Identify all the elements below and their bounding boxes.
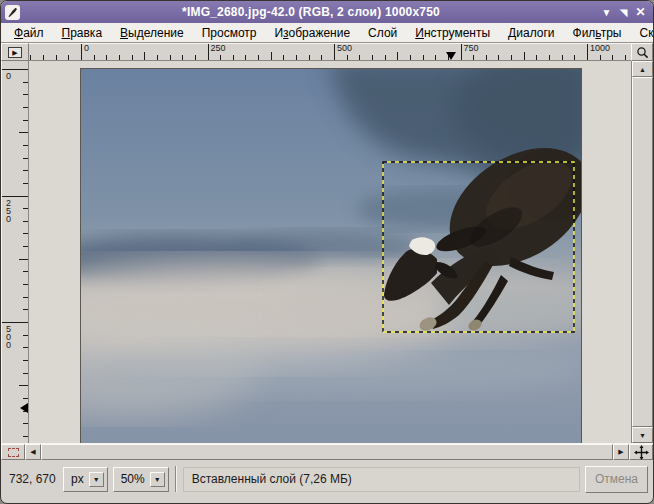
- gimp-image-window: *IMG_2680.jpg-42.0 (RGB, 2 слои) 1000x75…: [0, 0, 654, 504]
- quick-mask-icon: [8, 448, 19, 457]
- unit-value: px: [71, 472, 84, 486]
- main-area: 0250500: [1, 61, 653, 443]
- statusbar-separator: [175, 466, 177, 492]
- menu-edit[interactable]: Правка: [54, 24, 111, 42]
- menu-tools[interactable]: Инструменты: [407, 24, 498, 42]
- menu-image[interactable]: Изображение: [266, 24, 358, 42]
- statusbar: 732, 670 px ▼ 50% ▼ Вставленный слой (7,…: [1, 460, 653, 498]
- menu-view[interactable]: Просмотр: [194, 24, 265, 42]
- unit-dropdown[interactable]: px ▼: [63, 467, 108, 492]
- menu-file[interactable]: Файл: [6, 24, 52, 42]
- scroll-down-arrow[interactable]: ▼: [632, 427, 653, 443]
- scroll-left-arrow[interactable]: ◀: [25, 444, 41, 460]
- magnifier-icon: [636, 46, 649, 59]
- image-menu-button[interactable]: ▶: [1, 43, 29, 61]
- zoom-fit-toggle-button[interactable]: [631, 43, 653, 61]
- menu-filters[interactable]: Фильтры: [565, 24, 630, 42]
- shade-button[interactable]: ▼: [598, 4, 615, 20]
- pan-cross-icon: [634, 445, 649, 460]
- horizontal-ruler[interactable]: 02505007501000: [29, 43, 631, 61]
- wilber-icon: [7, 7, 18, 18]
- horizontal-scrollbar-thumb[interactable]: [41, 444, 613, 460]
- cancel-button[interactable]: Отмена: [585, 466, 648, 493]
- canvas-image[interactable]: [81, 69, 581, 443]
- close-button[interactable]: ✕: [632, 4, 649, 20]
- menu-scriptfu[interactable]: Скрипт-Фу: [631, 24, 654, 42]
- menu-arrow-icon: ▶: [8, 47, 22, 58]
- dropdown-arrow-icon: ▼: [150, 472, 165, 487]
- dropdown-arrow-icon: ▼: [89, 472, 104, 487]
- status-progress-area: Вставленный слой (7,26 МБ): [183, 467, 580, 492]
- cloud-streak-left2: [231, 231, 421, 263]
- horizontal-scrollbar[interactable]: ◀ ▶: [25, 444, 629, 460]
- ruler-row: ▶ 02505007501000: [1, 43, 653, 61]
- vertical-scrollbar[interactable]: ▲ ▼: [631, 61, 653, 443]
- canvas-viewport[interactable]: [29, 61, 631, 443]
- pointer-y-marker: [20, 403, 28, 413]
- pointer-coordinates: 732, 670: [6, 472, 58, 486]
- status-message: Вставленный слой (7,26 МБ): [192, 472, 352, 486]
- quick-mask-toggle[interactable]: [1, 444, 25, 460]
- zoom-dropdown[interactable]: 50% ▼: [113, 467, 169, 492]
- window-title: *IMG_2680.jpg-42.0 (RGB, 2 слои) 1000x75…: [24, 5, 598, 19]
- window-icon: [5, 5, 20, 20]
- scroll-right-arrow[interactable]: ▶: [613, 444, 629, 460]
- pointer-x-marker: [446, 52, 456, 60]
- menu-dialogs[interactable]: Диалоги: [500, 24, 562, 42]
- vertical-scrollbar-thumb[interactable]: [632, 77, 653, 427]
- menu-select[interactable]: Выделение: [112, 24, 192, 42]
- vertical-ruler[interactable]: 0250500: [1, 61, 29, 443]
- scroll-up-arrow[interactable]: ▲: [632, 61, 653, 77]
- navigation-pan-button[interactable]: [629, 444, 653, 460]
- zoom-value: 50%: [121, 472, 145, 486]
- maximize-button[interactable]: ◥: [615, 4, 632, 20]
- menubar: Файл Правка Выделение Просмотр Изображен…: [1, 23, 653, 43]
- titlebar[interactable]: *IMG_2680.jpg-42.0 (RGB, 2 слои) 1000x75…: [1, 1, 653, 23]
- menu-layer[interactable]: Слой: [360, 24, 405, 42]
- cloud-bottom-streak: [96, 343, 581, 395]
- hscroll-row: ◀ ▶: [1, 443, 653, 460]
